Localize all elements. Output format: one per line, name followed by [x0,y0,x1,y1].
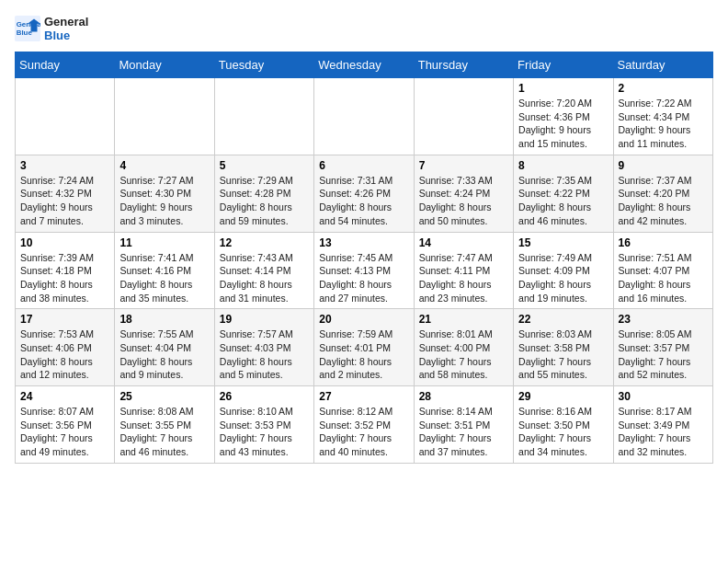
logo-icon: General Blue [15,16,40,41]
day-info: Sunrise: 8:17 AM Sunset: 3:49 PM Dayligh… [619,405,708,459]
day-cell: 22Sunrise: 8:03 AM Sunset: 3:58 PM Dayli… [514,309,613,386]
day-cell: 20Sunrise: 7:59 AM Sunset: 4:01 PM Dayli… [314,309,414,386]
day-number: 7 [419,159,508,172]
day-number: 18 [119,313,209,326]
day-cell: 15Sunrise: 7:49 AM Sunset: 4:09 PM Dayli… [514,232,613,309]
svg-text:Blue: Blue [17,29,33,37]
day-number: 21 [419,313,508,326]
day-cell: 6Sunrise: 7:31 AM Sunset: 4:26 PM Daylig… [314,155,414,232]
day-info: Sunrise: 8:03 AM Sunset: 3:58 PM Dayligh… [518,327,608,382]
weekday-header-sunday: Sunday [16,52,115,78]
day-cell: 17Sunrise: 7:53 AM Sunset: 4:06 PM Dayli… [16,309,115,386]
day-info: Sunrise: 7:47 AM Sunset: 4:11 PM Dayligh… [419,251,508,305]
day-cell: 11Sunrise: 7:41 AM Sunset: 4:16 PM Dayli… [115,232,214,309]
logo-line1: General [44,15,88,29]
day-cell: 21Sunrise: 8:01 AM Sunset: 4:00 PM Dayli… [414,309,513,386]
day-info: Sunrise: 7:55 AM Sunset: 4:04 PM Dayligh… [119,327,209,382]
day-number: 30 [619,390,708,403]
day-cell: 30Sunrise: 8:17 AM Sunset: 3:49 PM Dayli… [613,386,712,464]
day-number: 11 [119,236,209,249]
weekday-header-row: SundayMondayTuesdayWednesdayThursdayFrid… [16,52,713,78]
day-cell: 1Sunrise: 7:20 AM Sunset: 4:36 PM Daylig… [514,78,613,155]
day-cell: 29Sunrise: 8:16 AM Sunset: 3:50 PM Dayli… [514,386,613,464]
day-cell: 10Sunrise: 7:39 AM Sunset: 4:18 PM Dayli… [16,232,115,309]
day-info: Sunrise: 7:33 AM Sunset: 4:24 PM Dayligh… [419,174,508,228]
day-info: Sunrise: 7:43 AM Sunset: 4:14 PM Dayligh… [220,251,309,305]
weekday-header-saturday: Saturday [613,52,712,78]
day-cell: 13Sunrise: 7:45 AM Sunset: 4:13 PM Dayli… [314,232,414,309]
day-cell: 23Sunrise: 8:05 AM Sunset: 3:57 PM Dayli… [613,309,712,386]
logo: General Blue General Blue [15,15,88,42]
day-number: 5 [220,159,309,172]
day-cell [16,78,115,155]
day-info: Sunrise: 7:53 AM Sunset: 4:06 PM Dayligh… [20,327,109,382]
day-info: Sunrise: 8:14 AM Sunset: 3:51 PM Dayligh… [419,405,508,459]
day-cell: 18Sunrise: 7:55 AM Sunset: 4:04 PM Dayli… [115,309,214,386]
day-number: 10 [20,236,109,249]
day-info: Sunrise: 8:01 AM Sunset: 4:00 PM Dayligh… [419,327,508,382]
day-cell: 16Sunrise: 7:51 AM Sunset: 4:07 PM Dayli… [613,232,712,309]
header: General Blue General Blue [15,15,713,42]
day-info: Sunrise: 7:35 AM Sunset: 4:22 PM Dayligh… [518,174,608,228]
day-number: 15 [518,236,608,249]
day-number: 9 [619,159,708,172]
calendar-table: SundayMondayTuesdayWednesdayThursdayFrid… [15,52,713,464]
day-number: 13 [319,236,408,249]
day-cell: 12Sunrise: 7:43 AM Sunset: 4:14 PM Dayli… [214,232,313,309]
day-number: 22 [518,313,608,326]
day-number: 27 [319,390,408,403]
day-info: Sunrise: 7:59 AM Sunset: 4:01 PM Dayligh… [319,327,408,382]
day-info: Sunrise: 8:12 AM Sunset: 3:52 PM Dayligh… [319,405,408,459]
day-cell: 19Sunrise: 7:57 AM Sunset: 4:03 PM Dayli… [214,309,313,386]
day-cell [314,78,414,155]
day-cell: 3Sunrise: 7:24 AM Sunset: 4:32 PM Daylig… [16,155,115,232]
day-info: Sunrise: 7:20 AM Sunset: 4:36 PM Dayligh… [518,97,608,151]
day-info: Sunrise: 7:57 AM Sunset: 4:03 PM Dayligh… [220,327,309,382]
day-cell: 26Sunrise: 8:10 AM Sunset: 3:53 PM Dayli… [214,386,313,464]
weekday-header-friday: Friday [514,52,613,78]
day-number: 19 [220,313,309,326]
day-number: 17 [20,313,109,326]
day-cell: 4Sunrise: 7:27 AM Sunset: 4:30 PM Daylig… [115,155,214,232]
weekday-header-tuesday: Tuesday [214,52,313,78]
day-info: Sunrise: 7:27 AM Sunset: 4:30 PM Dayligh… [119,174,209,228]
day-info: Sunrise: 7:51 AM Sunset: 4:07 PM Dayligh… [619,251,708,305]
day-info: Sunrise: 8:16 AM Sunset: 3:50 PM Dayligh… [518,405,608,459]
day-number: 28 [419,390,508,403]
day-number: 25 [119,390,209,403]
day-info: Sunrise: 7:37 AM Sunset: 4:20 PM Dayligh… [619,174,708,228]
day-info: Sunrise: 7:31 AM Sunset: 4:26 PM Dayligh… [319,174,408,228]
day-cell: 25Sunrise: 8:08 AM Sunset: 3:55 PM Dayli… [115,386,214,464]
day-cell: 2Sunrise: 7:22 AM Sunset: 4:34 PM Daylig… [613,78,712,155]
day-number: 8 [518,159,608,172]
day-info: Sunrise: 7:45 AM Sunset: 4:13 PM Dayligh… [319,251,408,305]
day-number: 1 [518,82,608,95]
day-cell: 24Sunrise: 8:07 AM Sunset: 3:56 PM Dayli… [16,386,115,464]
weekday-header-thursday: Thursday [414,52,513,78]
day-number: 12 [220,236,309,249]
weekday-header-wednesday: Wednesday [314,52,414,78]
day-number: 6 [319,159,408,172]
day-number: 23 [619,313,708,326]
day-cell: 9Sunrise: 7:37 AM Sunset: 4:20 PM Daylig… [613,155,712,232]
day-info: Sunrise: 7:41 AM Sunset: 4:16 PM Dayligh… [119,251,209,305]
day-cell [115,78,214,155]
day-info: Sunrise: 7:39 AM Sunset: 4:18 PM Dayligh… [20,251,109,305]
day-cell: 27Sunrise: 8:12 AM Sunset: 3:52 PM Dayli… [314,386,414,464]
day-cell: 5Sunrise: 7:29 AM Sunset: 4:28 PM Daylig… [214,155,313,232]
week-row-5: 24Sunrise: 8:07 AM Sunset: 3:56 PM Dayli… [16,386,713,464]
day-cell: 7Sunrise: 7:33 AM Sunset: 4:24 PM Daylig… [414,155,513,232]
day-info: Sunrise: 7:49 AM Sunset: 4:09 PM Dayligh… [518,251,608,305]
day-number: 4 [119,159,209,172]
day-cell: 14Sunrise: 7:47 AM Sunset: 4:11 PM Dayli… [414,232,513,309]
weekday-header-monday: Monday [115,52,214,78]
week-row-3: 10Sunrise: 7:39 AM Sunset: 4:18 PM Dayli… [16,232,713,309]
day-number: 2 [619,82,708,95]
day-info: Sunrise: 7:29 AM Sunset: 4:28 PM Dayligh… [220,174,309,228]
day-info: Sunrise: 8:10 AM Sunset: 3:53 PM Dayligh… [220,405,309,459]
week-row-4: 17Sunrise: 7:53 AM Sunset: 4:06 PM Dayli… [16,309,713,386]
day-info: Sunrise: 7:22 AM Sunset: 4:34 PM Dayligh… [619,97,708,151]
day-number: 16 [619,236,708,249]
day-number: 14 [419,236,508,249]
day-info: Sunrise: 7:24 AM Sunset: 4:32 PM Dayligh… [20,174,109,228]
